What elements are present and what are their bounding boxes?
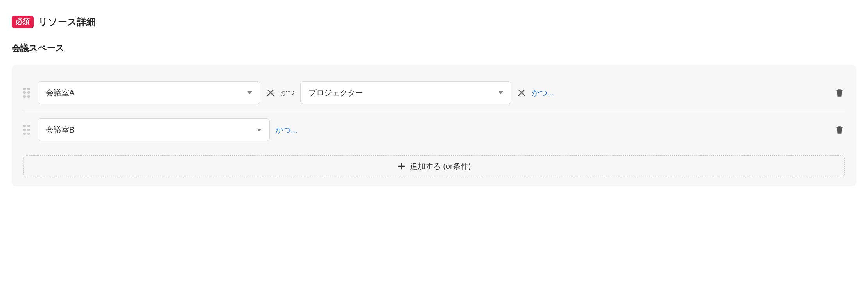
delete-row-icon[interactable] xyxy=(834,87,845,98)
delete-row-icon[interactable] xyxy=(834,124,845,135)
add-and-condition-link[interactable]: かつ... xyxy=(275,125,298,135)
conditions-panel: 会議室A かつ プロジェクター かつ... 会議室B かつ... xyxy=(12,65,856,186)
required-badge: 必須 xyxy=(12,16,34,28)
drag-handle-icon[interactable] xyxy=(23,124,32,136)
add-button-label: 追加する (or条件) xyxy=(410,161,471,172)
remove-condition-icon[interactable] xyxy=(266,88,275,97)
section-header: 必須 リソース詳細 xyxy=(12,16,856,28)
resource-select[interactable]: プロジェクター xyxy=(300,81,511,104)
select-value: プロジェクター xyxy=(308,88,363,98)
chevron-down-icon xyxy=(247,91,252,94)
resource-select[interactable]: 会議室B xyxy=(38,118,270,141)
section-title: リソース詳細 xyxy=(38,16,96,28)
select-value: 会議室A xyxy=(46,88,74,98)
chevron-down-icon xyxy=(257,129,262,131)
condition-row: 会議室A かつ プロジェクター かつ... xyxy=(23,74,845,111)
chevron-down-icon xyxy=(499,91,503,94)
select-value: 会議室B xyxy=(46,125,74,135)
condition-row: 会議室B かつ... xyxy=(23,111,845,148)
resource-type-label: 会議スペース xyxy=(12,42,856,54)
add-and-condition-link[interactable]: かつ... xyxy=(532,88,554,98)
resource-select[interactable]: 会議室A xyxy=(38,81,260,104)
add-or-condition-button[interactable]: 追加する (or条件) xyxy=(23,155,845,177)
remove-condition-icon[interactable] xyxy=(517,88,526,97)
plus-icon xyxy=(397,162,406,170)
drag-handle-icon[interactable] xyxy=(23,87,32,98)
conjunction-label: かつ xyxy=(281,88,295,97)
